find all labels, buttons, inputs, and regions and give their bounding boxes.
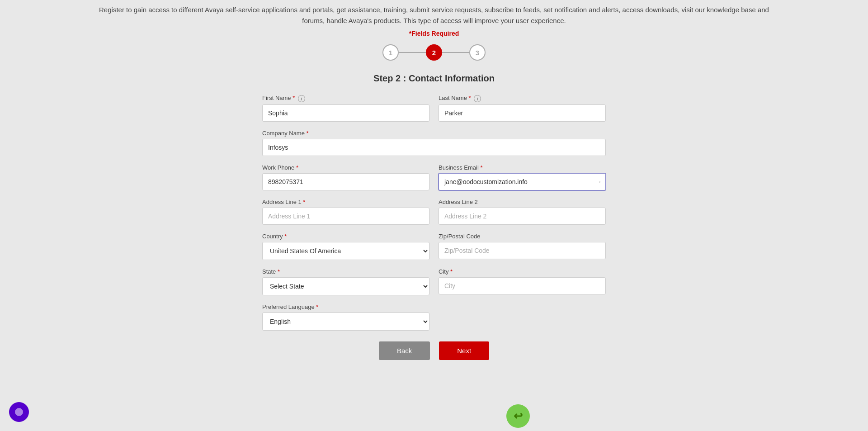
work-phone-required: * [296,164,298,171]
company-row: Company Name * [262,130,606,156]
step-1-circle: 1 [382,44,399,61]
fields-required-label: *Fields Required [0,30,868,37]
city-group: City * [439,268,606,295]
buttons-row: Back Next [262,341,606,360]
chat-widget-button[interactable] [9,402,29,422]
back-button[interactable]: Back [379,341,430,360]
step-3-circle: 3 [469,44,486,61]
first-name-info-icon[interactable]: i [298,95,305,102]
first-name-label: First Name * i [262,95,429,102]
page-wrapper: Register to gain access to different Ava… [0,0,868,431]
name-row: First Name * i Last Name * i [262,95,606,122]
business-email-required: * [481,164,483,171]
address-row: Address Line 1 * Address Line 2 [262,199,606,225]
state-label: State * [262,268,429,275]
step-2-circle: 2 [426,44,442,61]
form-title: Step 2 : Contact Information [0,73,868,84]
address-line1-label: Address Line 1 * [262,199,429,205]
language-select[interactable]: English French Spanish German [262,313,429,331]
work-phone-label: Work Phone * [262,164,429,171]
address-line1-group: Address Line 1 * [262,199,429,225]
city-input[interactable] [439,277,606,294]
steps-indicator: 1 2 3 [0,44,868,61]
address-line1-input[interactable] [262,208,429,225]
business-email-label: Business Email * [439,164,606,171]
next-button[interactable]: Next [439,341,489,360]
country-zip-row: Country * United States Of America Canad… [262,233,606,260]
last-name-label: Last Name * i [439,95,606,102]
email-input-wrapper: → [439,173,606,190]
city-label: City * [439,268,606,275]
state-select[interactable]: Select State Alabama Alaska Arizona Cali… [262,277,429,295]
last-name-input[interactable] [439,104,606,122]
company-name-input[interactable] [262,139,606,156]
language-row: Preferred Language * English French Span… [262,303,606,331]
last-name-required: * [469,95,471,101]
company-name-group: Company Name * [262,130,606,156]
address-line2-input[interactable] [439,208,606,225]
state-city-row: State * Select State Alabama Alaska Ariz… [262,268,606,295]
green-cursor-overlay [506,404,530,428]
business-email-group: Business Email * → [439,164,606,190]
business-email-input[interactable] [439,173,606,190]
first-name-input[interactable] [262,104,429,122]
country-group: Country * United States Of America Canad… [262,233,429,260]
language-required: * [316,303,318,310]
step-line-1 [399,52,426,53]
first-name-group: First Name * i [262,95,429,122]
zip-input[interactable] [439,242,606,259]
description-text: Register to gain access to different Ava… [0,0,868,26]
address-line1-required: * [303,199,305,205]
work-phone-group: Work Phone * [262,164,429,190]
country-label: Country * [262,233,429,240]
last-name-group: Last Name * i [439,95,606,122]
address-line2-group: Address Line 2 [439,199,606,225]
address-line2-label: Address Line 2 [439,199,606,205]
company-required: * [307,130,309,137]
country-select[interactable]: United States Of America Canada United K… [262,242,429,260]
first-name-required: * [292,95,295,101]
form-container: First Name * i Last Name * i Company Nam [262,95,606,360]
company-name-label: Company Name * [262,130,606,137]
last-name-info-icon[interactable]: i [474,95,481,102]
zip-label: Zip/Postal Code [439,233,606,240]
step-line-2 [442,52,469,53]
language-label: Preferred Language * [262,303,429,310]
country-required: * [284,233,287,240]
work-phone-input[interactable] [262,173,429,190]
state-required: * [278,268,280,275]
zip-group: Zip/Postal Code [439,233,606,260]
state-group: State * Select State Alabama Alaska Ariz… [262,268,429,295]
phone-email-row: Work Phone * Business Email * → [262,164,606,190]
language-group: Preferred Language * English French Span… [262,303,429,331]
city-required: * [450,268,453,275]
